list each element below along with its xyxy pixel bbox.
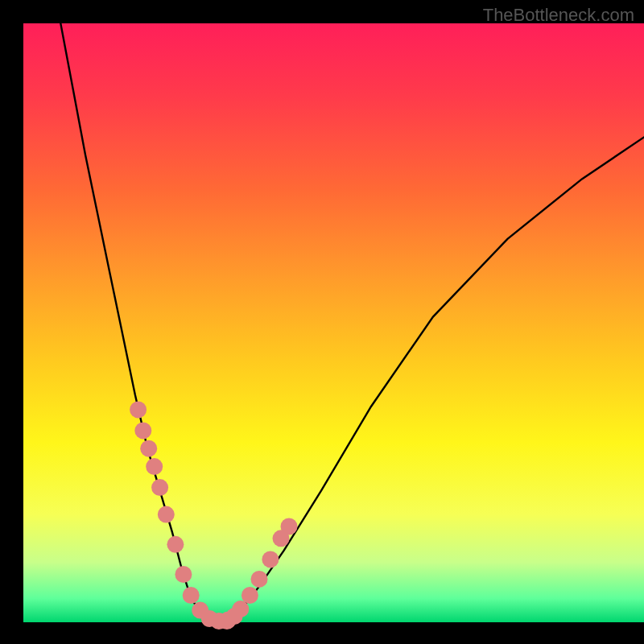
data-marker	[242, 587, 258, 604]
data-marker	[251, 571, 268, 588]
data-marker	[281, 518, 298, 535]
watermark-text: TheBottleneck.com	[483, 5, 634, 26]
chart-container: TheBottleneck.com	[0, 0, 644, 644]
data-marker	[183, 587, 200, 604]
bottleneck-chart	[0, 0, 644, 644]
data-marker	[262, 551, 279, 568]
data-marker	[130, 401, 147, 418]
data-marker	[134, 422, 151, 439]
data-marker	[167, 536, 184, 553]
data-marker	[232, 601, 249, 617]
data-marker	[151, 479, 168, 496]
chart-gradient-bg	[23, 23, 644, 622]
data-marker	[140, 440, 157, 457]
data-marker	[146, 458, 163, 475]
data-marker	[158, 506, 175, 523]
data-marker	[175, 566, 192, 583]
